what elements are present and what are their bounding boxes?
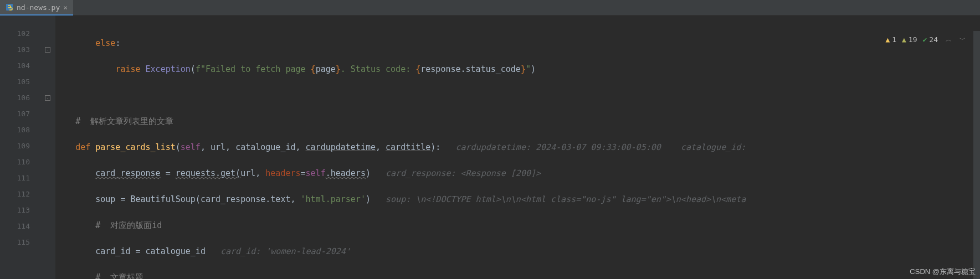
line-number[interactable]: 113 bbox=[0, 202, 40, 218]
line-number[interactable]: 109 bbox=[0, 138, 40, 154]
keyword-raise: raise bbox=[115, 64, 140, 74]
weak-warning-indicator[interactable]: ▲19 bbox=[902, 35, 917, 44]
line-number[interactable]: 112 bbox=[0, 186, 40, 202]
variable: card_response bbox=[95, 168, 160, 178]
python-file-icon bbox=[6, 3, 13, 11]
inspection-summary[interactable]: ▲1 ▲19 ✔24 ︿ ﹀ bbox=[883, 34, 968, 45]
warning-icon: ▲ bbox=[885, 35, 890, 44]
tab-filename: nd-news.py bbox=[17, 3, 60, 12]
code-area[interactable]: else: raise Exception(f"Failed to fetch … bbox=[55, 16, 980, 279]
chevron-up-icon[interactable]: ︿ bbox=[946, 35, 952, 44]
comment: # 文章标题 bbox=[95, 272, 143, 279]
fold-column: - - bbox=[40, 16, 55, 279]
line-number[interactable]: 110 bbox=[0, 154, 40, 170]
keyword-else: else bbox=[95, 38, 115, 48]
line-number[interactable]: 103 bbox=[0, 42, 40, 58]
exception-class: Exception bbox=[146, 64, 191, 74]
line-number[interactable]: 107 bbox=[0, 106, 40, 122]
chevron-down-icon[interactable]: ﹀ bbox=[960, 35, 966, 44]
variable: soup bbox=[95, 194, 115, 204]
file-tab[interactable]: nd-news.py × bbox=[0, 0, 73, 16]
vertical-scrollbar[interactable] bbox=[973, 31, 980, 279]
line-number[interactable]: 115 bbox=[0, 234, 40, 250]
line-number[interactable]: 102 bbox=[0, 25, 40, 42]
inline-hint: card_id: 'women-lead-2024' bbox=[220, 246, 351, 256]
inline-hint: cardupdatetime: 2024-03-07 09:33:00-05:0… bbox=[456, 142, 746, 152]
fold-start-icon[interactable]: - bbox=[45, 95, 50, 101]
comment: # 对应的版面id bbox=[95, 220, 162, 230]
check-icon: ✔ bbox=[923, 35, 927, 44]
fold-end-icon[interactable]: - bbox=[45, 47, 50, 53]
line-number[interactable]: 104 bbox=[0, 58, 40, 74]
editor: 102 103 104 105 106 107 108 109 110 111 … bbox=[0, 16, 980, 279]
function-name: parse_cards_list bbox=[95, 142, 176, 152]
line-number[interactable]: 111 bbox=[0, 170, 40, 186]
tab-bar: nd-news.py × bbox=[0, 0, 980, 16]
line-number[interactable]: 114 bbox=[0, 218, 40, 234]
typo-indicator[interactable]: ✔24 bbox=[923, 35, 938, 44]
weak-warning-icon: ▲ bbox=[902, 35, 906, 44]
line-numbers: 102 103 104 105 106 107 108 109 110 111 … bbox=[0, 16, 40, 279]
tab-close-icon[interactable]: × bbox=[63, 3, 68, 12]
inline-hint: card_response: <Response [200]> bbox=[386, 168, 541, 178]
comment: # 解析文章列表里的文章 bbox=[75, 116, 173, 126]
watermark: CSDN @东离与糖宝 bbox=[910, 267, 976, 277]
keyword-def: def bbox=[75, 142, 90, 152]
inline-hint: soup: \n<!DOCTYPE html>\n\n<html class="… bbox=[386, 194, 746, 204]
line-number[interactable]: 105 bbox=[0, 74, 40, 90]
variable: card_id bbox=[95, 246, 130, 256]
line-number[interactable]: 106 bbox=[0, 90, 40, 106]
line-number[interactable]: 108 bbox=[0, 122, 40, 138]
warning-indicator[interactable]: ▲1 bbox=[885, 35, 896, 44]
